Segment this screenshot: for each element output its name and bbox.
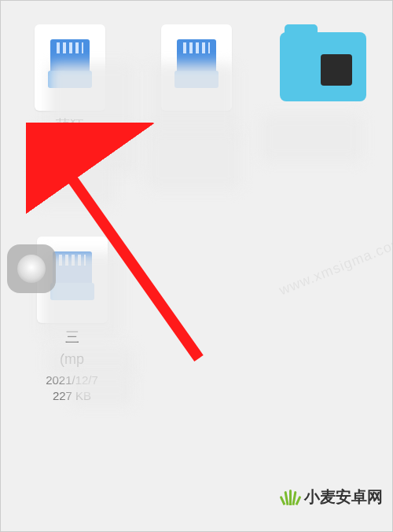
assistive-touch-button[interactable]	[7, 244, 56, 293]
file-item-1[interactable]: 萌狂 20 1	[15, 24, 126, 170]
file-grid: 萌狂 20 1	[1, 1, 392, 193]
sd-card-icon	[177, 39, 216, 72]
file-label-line2: (mp	[60, 351, 84, 368]
folder-item[interactable]	[267, 24, 378, 170]
folder-icon	[280, 32, 366, 101]
file-item-2[interactable]	[141, 24, 252, 170]
file-label: 萌狂	[56, 116, 84, 134]
watermark-url: www.xmsigma.com	[277, 233, 393, 299]
sd-card-icon	[53, 251, 92, 284]
file-icon	[161, 24, 232, 111]
file-meta: 20 1	[64, 139, 77, 170]
file-icon	[35, 24, 105, 111]
wheat-logo-icon	[281, 490, 299, 505]
sd-card-icon	[50, 39, 90, 72]
brand-text: 小麦安卓网	[304, 486, 383, 508]
watermark-brand: 小麦安卓网	[281, 486, 383, 508]
folder-thumbnail	[321, 54, 352, 86]
file-meta: 2021/12/7 227 KB	[46, 372, 98, 403]
assistive-touch-inner-icon	[17, 255, 46, 283]
file-label: 三	[65, 328, 79, 347]
